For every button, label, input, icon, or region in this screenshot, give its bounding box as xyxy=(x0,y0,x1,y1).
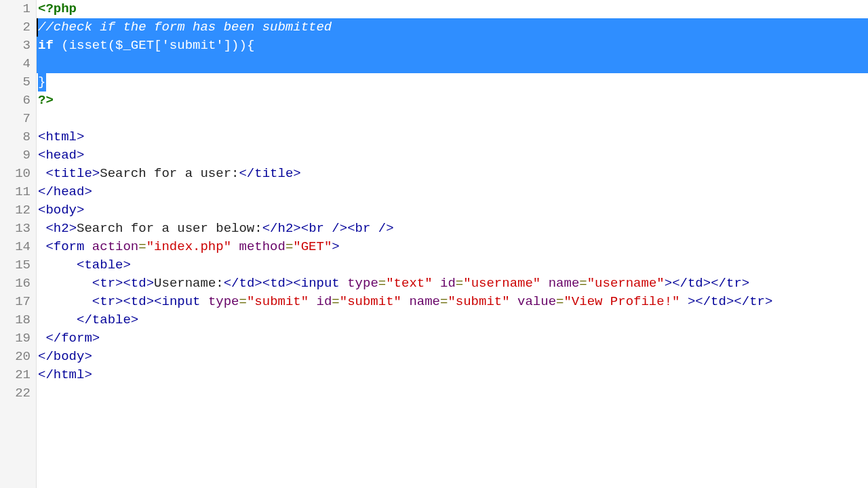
code-token: > xyxy=(123,258,130,272)
line-number-gutter[interactable]: 12345678910111213141516171819202122 xyxy=(0,0,37,488)
code-token: body xyxy=(45,203,77,218)
code-token xyxy=(38,312,77,327)
code-line[interactable]: </head> xyxy=(37,183,868,201)
code-token: > xyxy=(84,184,92,199)
code-token: td xyxy=(711,294,726,309)
code-line[interactable]: <table> xyxy=(37,256,868,274)
code-token: </ xyxy=(77,312,92,327)
code-line[interactable]: <?php xyxy=(37,0,868,18)
code-line[interactable]: if (isset($_GET['submit'])){ xyxy=(37,37,868,55)
code-token: = xyxy=(239,294,247,309)
code-token: [ xyxy=(154,38,161,53)
code-token: if xyxy=(38,38,61,53)
line-number[interactable]: 18 xyxy=(0,311,32,329)
code-token: < xyxy=(38,148,45,163)
code-token: id xyxy=(440,276,456,291)
code-token: td xyxy=(239,276,255,291)
code-token: > xyxy=(146,276,154,291)
line-number[interactable]: 6 xyxy=(0,92,32,110)
code-line[interactable]: ?> xyxy=(37,92,868,110)
code-line[interactable]: <html> xyxy=(37,128,868,146)
line-number[interactable]: 5 xyxy=(0,73,32,92)
code-token: = xyxy=(456,276,463,291)
line-number[interactable]: 9 xyxy=(0,146,32,165)
code-line[interactable]: </body> xyxy=(37,348,868,366)
code-line[interactable]: <form action="index.php" method="GET"> xyxy=(37,238,868,256)
line-number[interactable]: 3 xyxy=(0,37,32,55)
code-token xyxy=(38,166,45,181)
code-token: > xyxy=(77,148,84,163)
code-token: title xyxy=(54,166,92,181)
code-line[interactable]: </table> xyxy=(37,311,868,329)
line-number[interactable]: 22 xyxy=(0,384,32,403)
code-token: head xyxy=(45,148,77,163)
code-line[interactable]: <title>Search for a user:</title> xyxy=(37,165,868,183)
line-number[interactable]: 12 xyxy=(0,201,32,220)
code-token: > xyxy=(765,294,772,309)
code-line[interactable]: <h2>Search for a user below:</h2><br /><… xyxy=(37,220,868,238)
line-number[interactable]: 17 xyxy=(0,293,32,311)
code-line[interactable]: </html> xyxy=(37,366,868,384)
code-token: < xyxy=(92,294,100,309)
code-token: //check if the form has been submitted xyxy=(38,20,332,35)
code-token xyxy=(38,221,45,236)
code-token: br xyxy=(309,221,332,236)
code-token: > xyxy=(293,166,300,181)
code-token: = xyxy=(285,239,293,254)
code-line[interactable]: <tr><td><input type="submit" id="submit"… xyxy=(37,293,868,311)
code-token: input xyxy=(301,276,347,291)
code-token: ) xyxy=(231,38,239,53)
code-line[interactable] xyxy=(37,384,868,403)
code-token: ?> xyxy=(38,93,54,108)
line-number[interactable]: 20 xyxy=(0,348,32,366)
code-token: td xyxy=(131,294,146,309)
code-area[interactable]: <?php//check if the form has been submit… xyxy=(37,0,868,488)
line-number[interactable]: 1 xyxy=(0,0,32,18)
code-line[interactable]: //check if the form has been submitted xyxy=(37,18,868,37)
code-token: tr xyxy=(726,276,742,291)
code-token xyxy=(38,258,77,272)
line-number[interactable]: 19 xyxy=(0,329,32,348)
code-token: tr xyxy=(100,294,115,309)
code-token: td xyxy=(131,276,146,291)
code-token: > xyxy=(131,312,138,327)
line-number[interactable]: 14 xyxy=(0,238,32,256)
code-token: < xyxy=(45,239,53,254)
selection-end: } xyxy=(38,73,46,92)
code-token: Search for a user: xyxy=(100,166,239,181)
code-token: = xyxy=(332,294,339,309)
line-number[interactable]: 10 xyxy=(0,165,32,183)
line-number[interactable]: 2 xyxy=(0,18,32,37)
line-number[interactable]: 7 xyxy=(0,110,32,128)
code-line[interactable]: } xyxy=(37,73,868,92)
code-editor[interactable]: 12345678910111213141516171819202122 <?ph… xyxy=(0,0,868,488)
code-token: >< xyxy=(285,276,301,291)
code-token xyxy=(401,294,409,309)
line-number[interactable]: 8 xyxy=(0,128,32,146)
code-token: table xyxy=(92,312,131,327)
code-token: isset xyxy=(69,38,108,53)
line-number[interactable]: 4 xyxy=(0,55,32,73)
line-number[interactable]: 15 xyxy=(0,256,32,274)
code-line[interactable]: <body> xyxy=(37,201,868,220)
code-line[interactable] xyxy=(37,110,868,128)
code-token: "text" xyxy=(386,276,432,291)
code-token: name xyxy=(549,276,580,291)
code-token: form xyxy=(54,239,92,254)
code-line[interactable]: </form> xyxy=(37,329,868,348)
line-number[interactable]: 13 xyxy=(0,220,32,238)
line-number[interactable]: 21 xyxy=(0,366,32,384)
code-token: title xyxy=(254,166,293,181)
code-line[interactable]: <head> xyxy=(37,146,868,165)
code-token: Username: xyxy=(154,276,224,291)
code-line[interactable] xyxy=(37,55,868,73)
code-token: < xyxy=(38,129,45,144)
line-number[interactable]: 16 xyxy=(0,274,32,293)
code-token: > xyxy=(77,129,84,144)
code-token: { xyxy=(247,38,254,53)
code-token: </ xyxy=(38,349,54,364)
code-line[interactable]: <tr><td>Username:</td><td><input type="t… xyxy=(37,274,868,293)
line-number[interactable]: 11 xyxy=(0,183,32,201)
code-token xyxy=(38,276,92,291)
code-token: type xyxy=(208,294,239,309)
